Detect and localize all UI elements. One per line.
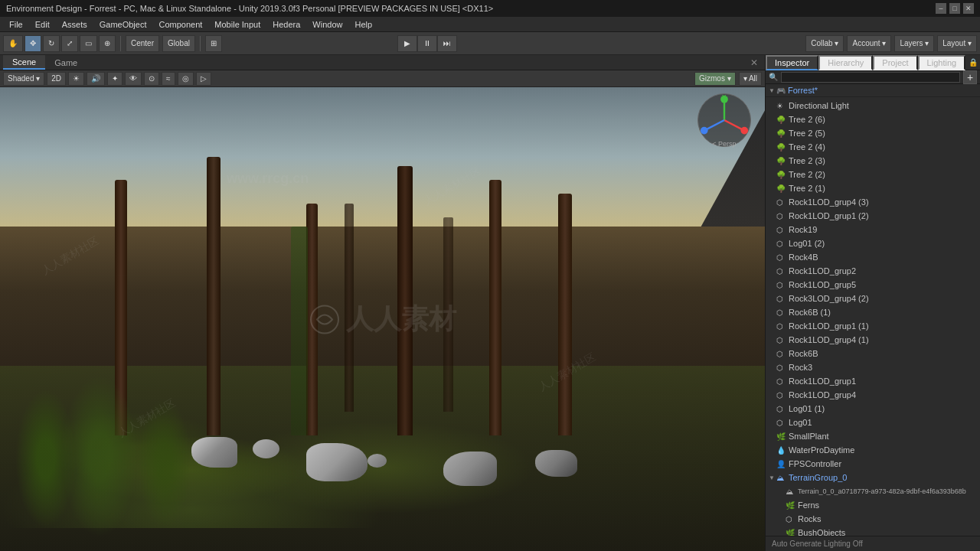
transform-tools: ✋ ✥ ↻ ⤢ ▭ ⊕: [3, 35, 116, 52]
panel-lock-btn[interactable]: 🔒: [965, 58, 980, 67]
scene-root-row[interactable]: ▼ 🎮 Forrest*: [766, 84, 980, 97]
shading-mode-btn[interactable]: Shaded ▾: [3, 72, 44, 86]
skybox-btn[interactable]: ⊙: [144, 72, 159, 86]
scene-audio-btn[interactable]: 🔊: [87, 72, 105, 86]
hierarchy-item[interactable]: ⬡Rock3LOD_grup4 (2): [766, 292, 980, 305]
space-global-btn[interactable]: Global: [162, 35, 195, 52]
hierarchy-item[interactable]: ⬡Rock1LOD_grup4 (1): [766, 333, 980, 347]
hierarchy-item[interactable]: ⬡Rock1LOD_grup1 (2): [766, 209, 980, 223]
tab-scene[interactable]: Scene: [3, 55, 45, 70]
item-icon: 🌳: [776, 157, 787, 165]
hierarchy-item[interactable]: ⬡Log01: [766, 416, 980, 429]
hierarchy-item[interactable]: ⬡Rock6B (1): [766, 305, 980, 319]
menu-edit[interactable]: Edit: [29, 18, 56, 31]
hierarchy-item[interactable]: ⬡Rock1LOD_grup2: [766, 264, 980, 278]
menu-window[interactable]: Window: [306, 18, 348, 31]
item-name: Terrain_0_0_a0718779-a973-482a-9dbf-e4f6…: [798, 487, 966, 495]
menu-gameobject[interactable]: GameObject: [93, 18, 153, 31]
scene-search-all-btn[interactable]: ▾ All: [739, 72, 762, 86]
hierarchy-item[interactable]: 🌿SmallPlant: [766, 429, 980, 443]
hierarchy-item[interactable]: 🌿Ferns: [766, 498, 980, 512]
hierarchy-item[interactable]: ☀Directional Light: [766, 99, 980, 112]
scene-close-btn[interactable]: ✕: [746, 56, 762, 70]
hierarchy-item[interactable]: ⬡Rock3: [766, 360, 980, 374]
expand-arrow[interactable]: ▼: [769, 474, 776, 481]
item-name: Tree 2 (3): [789, 156, 825, 165]
hierarchy-item[interactable]: ⬡Rock1LOD_grup5: [766, 278, 980, 292]
hierarchy-item[interactable]: 🌳Tree 2 (5): [766, 126, 980, 140]
menu-file[interactable]: File: [3, 18, 29, 31]
play-button[interactable]: ▶: [397, 35, 417, 52]
menu-help[interactable]: Help: [348, 18, 378, 31]
move-tool[interactable]: ✥: [24, 35, 41, 52]
scene-viewport[interactable]: Y X Z < Persp www.r: [0, 87, 765, 551]
hierarchy-item[interactable]: ⬡Rock4B: [766, 250, 980, 264]
menu-component[interactable]: Component: [152, 18, 208, 31]
persp-label: < Persp: [712, 140, 736, 148]
hierarchy-item[interactable]: ⬡Rock1LOD_grup4: [766, 388, 980, 402]
hierarchy-item[interactable]: 🌳Tree 2 (2): [766, 168, 980, 181]
forest-background: Y X Z < Persp www.r: [0, 87, 765, 551]
item-name: Rock1LOD_grup1 (1): [789, 321, 869, 331]
anim-materials-btn[interactable]: ▷: [196, 72, 211, 86]
hidden-layers-btn[interactable]: 👁: [125, 72, 142, 86]
item-name: Log01 (1): [789, 404, 825, 413]
pause-button[interactable]: ⏸: [417, 35, 437, 52]
hierarchy-item[interactable]: 🌳Tree 2 (3): [766, 154, 980, 168]
hierarchy-item[interactable]: ⛰Terrain_0_0_a0718779-a973-482a-9dbf-e4f…: [766, 484, 980, 498]
hierarchy-item[interactable]: ▼⛰TerrainGroup_0: [766, 471, 980, 484]
item-name: Rock6B: [789, 349, 818, 358]
scene-light-btn[interactable]: ☀: [68, 72, 84, 86]
add-object-btn[interactable]: +: [963, 70, 977, 84]
tab-game[interactable]: Game: [45, 55, 87, 70]
fog-btn[interactable]: ≈: [162, 72, 175, 86]
close-button[interactable]: ✕: [963, 3, 974, 14]
hierarchy-item[interactable]: 🌳Tree 2 (4): [766, 140, 980, 154]
hierarchy-item[interactable]: 💧WaterProDaytime: [766, 443, 980, 457]
hierarchy-item[interactable]: ⬡Rock6B: [766, 347, 980, 360]
scale-tool[interactable]: ⤢: [61, 35, 78, 52]
menu-mobile-input[interactable]: Mobile Input: [208, 18, 266, 31]
flares-btn[interactable]: ◎: [178, 72, 194, 86]
right-toolbar: Collab ▾ Account ▾ Layers ▾ Layout ▾: [805, 35, 977, 52]
hierarchy-item[interactable]: ⬡Rock1LOD_grup4 (3): [766, 195, 980, 209]
combo-tool[interactable]: ⊕: [99, 35, 116, 52]
hierarchy-item[interactable]: ⬡Log01 (2): [766, 236, 980, 250]
hierarchy-search-input[interactable]: [781, 72, 960, 83]
tab-lighting[interactable]: Lighting: [918, 55, 966, 70]
2d-toggle-btn[interactable]: 2D: [47, 72, 66, 86]
hand-tool[interactable]: ✋: [3, 35, 23, 52]
hierarchy-item[interactable]: 🌳Tree 2 (6): [766, 112, 980, 126]
hierarchy-item[interactable]: 🌳Tree 2 (1): [766, 181, 980, 195]
menu-bar: File Edit Assets GameObject Component Mo…: [0, 17, 980, 32]
step-button[interactable]: ⏭: [437, 35, 457, 52]
scene-effects-btn[interactable]: ✦: [107, 72, 122, 86]
hierarchy-item[interactable]: ⬡Log01 (1): [766, 402, 980, 416]
maximize-button[interactable]: □: [949, 3, 960, 14]
tab-hierarchy[interactable]: Hierarchy: [818, 55, 873, 70]
hierarchy-item[interactable]: 🌿BushObjects: [766, 526, 980, 536]
item-icon: 🌳: [776, 116, 787, 124]
menu-hedera[interactable]: Hedera: [266, 18, 306, 31]
hierarchy-item[interactable]: ⬡Rock19: [766, 223, 980, 236]
rotate-tool[interactable]: ↻: [43, 35, 60, 52]
account-button[interactable]: Account ▾: [847, 35, 891, 52]
hierarchy-item[interactable]: ⬡Rocks: [766, 512, 980, 526]
hierarchy-item[interactable]: ⬡Rock1LOD_grup1: [766, 374, 980, 388]
rect-tool[interactable]: ▭: [80, 35, 97, 52]
gizmos-btn[interactable]: Gizmos ▾: [694, 72, 736, 86]
menu-assets[interactable]: Assets: [56, 18, 93, 31]
grid-btn[interactable]: ⊞: [205, 35, 222, 52]
item-icon: 🌿: [786, 501, 796, 510]
scene-gizmo[interactable]: Y X Z < Persp: [697, 93, 759, 155]
pivot-center-btn[interactable]: Center: [126, 35, 159, 52]
layers-button[interactable]: Layers ▾: [894, 35, 934, 52]
tab-project[interactable]: Project: [873, 55, 917, 70]
hierarchy-item[interactable]: 👤FPSController: [766, 457, 980, 471]
minimize-button[interactable]: –: [936, 3, 946, 14]
collab-button[interactable]: Collab ▾: [805, 35, 844, 52]
scene-name: Forrest*: [788, 86, 818, 95]
tab-inspector[interactable]: Inspector: [766, 55, 818, 70]
hierarchy-item[interactable]: ⬡Rock1LOD_grup1 (1): [766, 319, 980, 333]
layout-button[interactable]: Layout ▾: [937, 35, 977, 52]
